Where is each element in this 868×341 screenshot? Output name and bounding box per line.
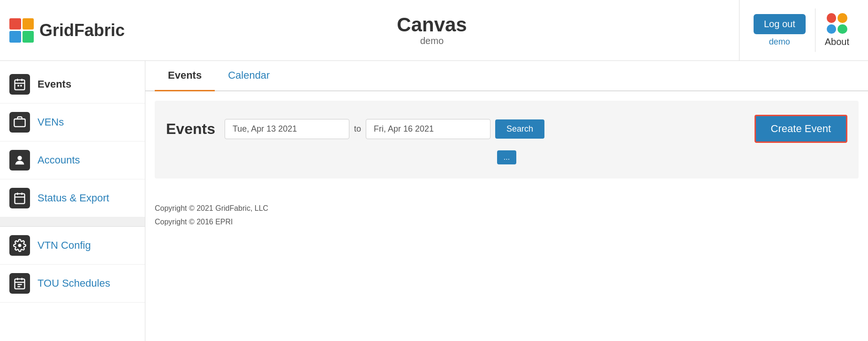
vens-icon	[9, 112, 30, 133]
sidebar-item-status-export-label: Status & Export	[38, 192, 109, 204]
search-button[interactable]: Search	[495, 119, 544, 139]
logo-text: GridFabric	[39, 21, 125, 40]
footer: Copyright © 2021 GridFabric, LLC Copyrig…	[145, 188, 868, 243]
svg-rect-8	[15, 194, 25, 204]
tab-events[interactable]: Events	[155, 61, 215, 91]
logo-icon	[9, 18, 34, 43]
logo-area: GridFabric	[9, 18, 125, 43]
events-header: Events to Search Create Event	[166, 115, 847, 143]
vtn-config-icon	[9, 235, 30, 256]
sidebar-item-vtn-config[interactable]: VTN Config	[0, 227, 145, 265]
sidebar-item-vens-label: VENs	[38, 116, 64, 128]
svg-rect-4	[17, 85, 19, 87]
content-area: Events Calendar Events to Search Create …	[145, 61, 868, 341]
about-label: About	[825, 37, 849, 47]
sidebar-item-tou-schedules[interactable]: TOU Schedules	[0, 265, 145, 303]
logout-user-label: demo	[769, 37, 790, 47]
footer-line2: Copyright © 2016 EPRI	[155, 215, 859, 229]
logout-section: Log out demo	[754, 14, 806, 47]
create-event-button[interactable]: Create Event	[755, 115, 847, 143]
events-panel: Events to Search Create Event ...	[155, 101, 859, 178]
svg-point-12	[18, 244, 22, 247]
svg-rect-6	[14, 119, 25, 126]
tabs-bar: Events Calendar	[145, 61, 868, 91]
sidebar-item-status-export[interactable]: Status & Export	[0, 179, 145, 217]
events-icon	[9, 74, 30, 95]
more-button-area: ...	[166, 150, 847, 164]
sidebar: Events VENs Accounts Status & Export	[0, 61, 145, 341]
svg-point-7	[17, 156, 22, 160]
canvas-title: Canvas	[125, 14, 739, 36]
svg-rect-0	[15, 80, 25, 90]
more-button[interactable]: ...	[497, 150, 516, 164]
to-label: to	[354, 124, 361, 134]
sidebar-item-vens[interactable]: VENs	[0, 104, 145, 141]
sidebar-divider	[0, 217, 145, 227]
main-layout: Events VENs Accounts Status & Export	[0, 61, 868, 341]
sidebar-item-tou-schedules-label: TOU Schedules	[38, 277, 110, 289]
sidebar-item-events[interactable]: Events	[0, 66, 145, 104]
about-section[interactable]: About	[815, 8, 859, 52]
events-panel-title: Events	[166, 120, 215, 138]
tab-calendar[interactable]: Calendar	[215, 61, 283, 91]
date-from-input[interactable]	[225, 119, 349, 139]
date-to-input[interactable]	[366, 119, 491, 139]
sidebar-item-events-label: Events	[38, 78, 71, 90]
status-export-icon	[9, 188, 30, 208]
sidebar-item-accounts[interactable]: Accounts	[0, 141, 145, 179]
logout-button[interactable]: Log out	[754, 14, 806, 34]
footer-line1: Copyright © 2021 GridFabric, LLC	[155, 202, 859, 215]
header: GridFabric Canvas demo Log out demo Abou…	[0, 0, 868, 61]
svg-rect-5	[20, 85, 22, 87]
date-range: to Search	[225, 119, 745, 139]
canvas-subtitle: demo	[125, 36, 739, 46]
sidebar-item-vtn-config-label: VTN Config	[38, 239, 91, 252]
sidebar-item-accounts-label: Accounts	[38, 154, 80, 166]
canvas-area: Canvas demo	[125, 14, 739, 46]
about-icon	[827, 13, 847, 34]
tou-schedules-icon	[9, 273, 30, 294]
accounts-icon	[9, 150, 30, 170]
header-actions: Log out demo About	[739, 0, 859, 60]
